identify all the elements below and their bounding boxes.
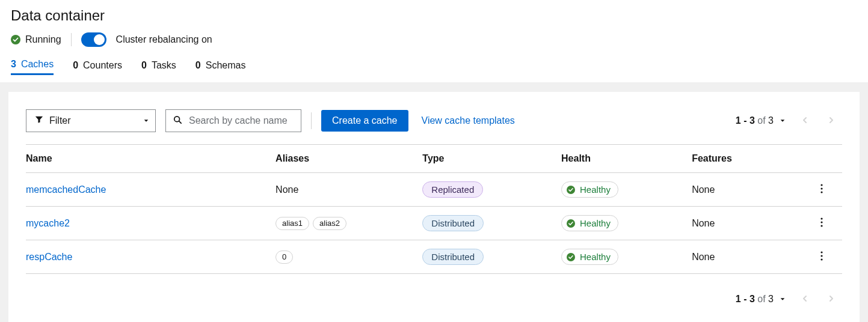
aliases-none: None <box>271 173 417 207</box>
check-circle-icon <box>11 35 20 44</box>
tab-schemas[interactable]: 0 Schemas <box>195 55 246 75</box>
check-circle-icon <box>567 186 575 194</box>
features-value: None <box>692 184 715 195</box>
row-actions-kebab[interactable] <box>806 184 837 196</box>
pager-bottom: 1 - 3 of 3 <box>732 288 842 310</box>
features-value: None <box>692 252 715 262</box>
pager-next[interactable] <box>820 110 842 132</box>
health-label: Healthy <box>580 218 611 228</box>
table-header-row: Name Aliases Type Health Features <box>26 145 842 173</box>
search-input-wrapper[interactable] <box>165 109 301 132</box>
type-badge: Distributed <box>422 249 484 265</box>
col-health[interactable]: Health <box>556 145 687 173</box>
funnel-icon <box>35 115 43 126</box>
toolbar: Filter Create a cache View cache templat… <box>26 109 842 132</box>
pager-total: 3 <box>768 115 774 126</box>
vertical-divider <box>71 33 72 46</box>
kebab-icon <box>820 217 823 229</box>
chevron-right-icon <box>828 115 835 126</box>
col-aliases[interactable]: Aliases <box>271 145 417 173</box>
alias-chip: 0 <box>275 251 293 264</box>
page-range-dropdown[interactable]: 1 - 3 of 3 <box>732 294 789 305</box>
tab-counters[interactable]: 0 Counters <box>73 55 122 75</box>
search-icon <box>173 115 182 126</box>
tab-tasks[interactable]: 0 Tasks <box>141 55 176 75</box>
tab-tasks-label: Tasks <box>152 60 176 71</box>
tab-schemas-count: 0 <box>195 60 201 71</box>
status-row: Running Cluster rebalancing on <box>11 32 857 47</box>
tab-caches-label: Caches <box>21 59 54 70</box>
col-type[interactable]: Type <box>417 145 556 173</box>
cache-name-link[interactable]: memcachedCache <box>26 184 106 195</box>
tab-tasks-count: 0 <box>141 60 147 71</box>
health-badge: Healthy <box>561 181 618 198</box>
alias-chips: alias1alias2 <box>275 217 413 230</box>
cache-name-link[interactable]: respCache <box>26 252 72 262</box>
kebab-icon <box>820 251 823 263</box>
cache-name-link[interactable]: mycache2 <box>26 218 70 228</box>
pager-next[interactable] <box>820 288 842 310</box>
pager-top: 1 - 3 of 3 <box>732 110 842 132</box>
type-badge: Replicated <box>422 181 483 198</box>
tab-bar: 3 Caches 0 Counters 0 Tasks 0 Schemas <box>11 55 857 75</box>
col-features[interactable]: Features <box>687 145 801 173</box>
pager-of: of <box>757 115 765 126</box>
pager-total: 3 <box>768 294 774 304</box>
running-status-label: Running <box>25 34 61 45</box>
kebab-icon <box>820 184 823 196</box>
health-badge: Healthy <box>561 215 618 231</box>
running-status: Running <box>11 34 61 45</box>
pager-range: 1 - 3 <box>736 115 755 126</box>
check-circle-icon <box>567 253 575 261</box>
row-actions-kebab[interactable] <box>806 251 837 263</box>
chevron-right-icon <box>828 294 835 305</box>
create-cache-button[interactable]: Create a cache <box>321 110 408 132</box>
view-templates-link[interactable]: View cache templates <box>418 115 519 126</box>
health-label: Healthy <box>580 184 611 195</box>
caret-down-icon <box>780 115 786 126</box>
filter-label: Filter <box>49 115 71 126</box>
type-badge: Distributed <box>422 215 484 231</box>
toolbar-divider <box>311 112 312 129</box>
table-row: mycache2 alias1alias2 Distributed Health… <box>26 207 842 240</box>
health-badge: Healthy <box>561 249 618 265</box>
caret-down-icon <box>780 294 786 305</box>
table-row: memcachedCache None Replicated Healthy N… <box>26 173 842 207</box>
col-name[interactable]: Name <box>26 145 271 173</box>
tab-counters-label: Counters <box>83 60 122 71</box>
pager-prev[interactable] <box>794 288 816 310</box>
tab-counters-count: 0 <box>73 60 78 71</box>
pager-of: of <box>757 294 765 304</box>
pager-prev[interactable] <box>794 110 816 132</box>
health-label: Healthy <box>580 252 611 262</box>
features-value: None <box>692 218 715 228</box>
chevron-left-icon <box>801 294 808 305</box>
alias-chip: alias2 <box>313 217 346 230</box>
caret-down-icon <box>143 115 149 126</box>
table-row: respCache 0 Distributed Healthy None <box>26 240 842 274</box>
alias-chips: 0 <box>275 251 413 264</box>
alias-chip: alias1 <box>275 217 309 230</box>
page-range-dropdown[interactable]: 1 - 3 of 3 <box>732 115 789 126</box>
tab-schemas-label: Schemas <box>206 60 246 71</box>
check-circle-icon <box>567 219 575 228</box>
rebalancing-toggle[interactable] <box>81 32 106 47</box>
cache-table: Name Aliases Type Health Features memcac… <box>26 144 842 274</box>
filter-dropdown[interactable]: Filter <box>26 109 156 132</box>
rebalancing-toggle-label: Cluster rebalancing on <box>116 34 212 45</box>
page-title: Data container <box>11 7 857 24</box>
tab-caches-count: 3 <box>11 59 16 70</box>
row-actions-kebab[interactable] <box>806 217 837 229</box>
pager-range: 1 - 3 <box>736 294 755 304</box>
search-input[interactable] <box>188 115 294 127</box>
chevron-left-icon <box>801 115 808 126</box>
tab-caches[interactable]: 3 Caches <box>11 55 54 75</box>
